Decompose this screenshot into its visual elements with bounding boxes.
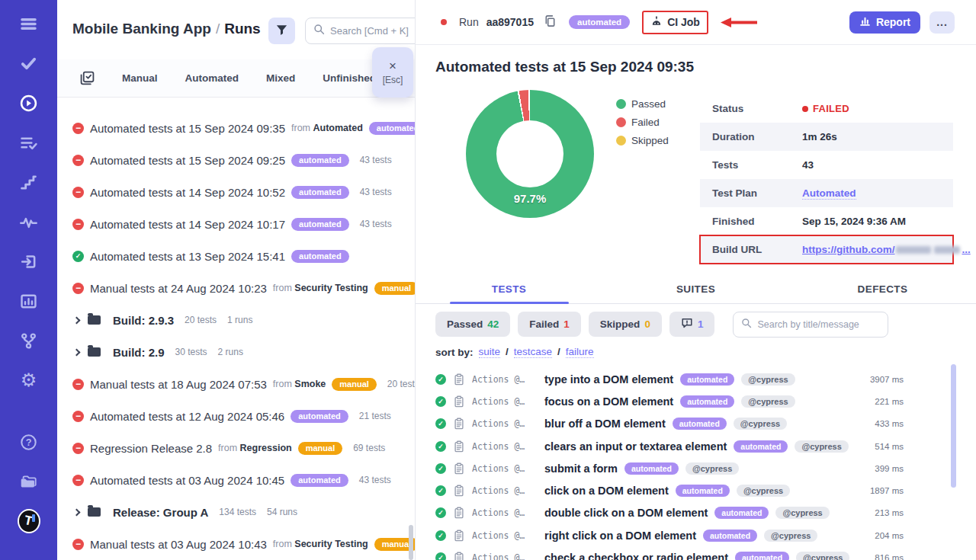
sort-option[interactable]: suite	[479, 346, 501, 358]
legend-label: Failed	[631, 117, 660, 128]
settings-gear-icon[interactable]: ⚙	[18, 369, 40, 392]
test-plan-link[interactable]: Automated	[802, 187, 856, 200]
test-title[interactable]: type into a DOM element	[544, 373, 673, 386]
test-row[interactable]: Actions @… blur off a DOM element automa…	[435, 413, 976, 435]
test-row[interactable]: Actions @… check a checkbox or radio ele…	[435, 546, 976, 560]
test-suite[interactable]: Actions @…	[472, 463, 538, 474]
test-row[interactable]: Actions @… submit a form automated @cypr…	[435, 457, 976, 479]
run-list-item[interactable]: Automated tests at 12 Aug 2024 05:46 aut…	[57, 400, 415, 432]
analytics-icon[interactable]	[18, 290, 40, 312]
test-title[interactable]: check a checkbox or radio element	[544, 552, 728, 560]
tests-scrollbar[interactable]	[951, 364, 956, 488]
test-title[interactable]: double click on a DOM element	[544, 507, 708, 519]
test-framework-badge: @cypress	[795, 440, 848, 453]
test-suite[interactable]: Actions @…	[472, 441, 538, 452]
run-type-tab[interactable]: Manual	[122, 72, 158, 84]
sort-option[interactable]: failure	[566, 346, 594, 358]
test-suite[interactable]: Actions @…	[472, 507, 538, 518]
tests-search-input[interactable]	[757, 319, 872, 330]
sort-option[interactable]: /	[506, 346, 509, 358]
chevron-right-icon[interactable]	[73, 348, 81, 356]
sort-option[interactable]: /	[557, 346, 560, 358]
failed-filter-button[interactable]: Failed 1	[518, 312, 581, 337]
run-type-badge: automated	[291, 218, 349, 231]
menu-icon[interactable]	[18, 12, 40, 35]
test-title[interactable]: right click on a DOM element	[544, 530, 696, 542]
test-duration: 433 ms	[875, 419, 904, 428]
run-list-item[interactable]: Automated tests at 13 Sep 2024 15:41 aut…	[57, 240, 415, 272]
run-list-item[interactable]: Automated tests at 15 Sep 2024 09:35 fro…	[57, 112, 415, 144]
run-list-item[interactable]: Automated tests at 14 Sep 2024 10:17 aut…	[57, 208, 415, 240]
left-panel-scrollbar[interactable]	[409, 525, 413, 560]
detail-tab[interactable]: TESTS	[416, 276, 602, 303]
test-title[interactable]: click on a DOM element	[544, 485, 669, 497]
tests-search[interactable]	[733, 312, 888, 338]
test-suite[interactable]: Actions @…	[472, 552, 538, 560]
run-list-item[interactable]: Build: 2.9 30 tests 2 runs	[57, 336, 415, 368]
run-list-item[interactable]: Regression Release 2.8 from Regression m…	[57, 432, 415, 464]
help-icon[interactable]: ?	[18, 430, 40, 453]
passed-filter-button[interactable]: Passed 42	[435, 312, 510, 337]
copy-run-id-button[interactable]	[543, 14, 558, 30]
branch-icon[interactable]	[18, 329, 40, 352]
test-title[interactable]: blur off a DOM element	[544, 418, 666, 430]
sort-by-label: sort by:	[435, 347, 474, 358]
run-type-tab[interactable]: Mixed	[266, 72, 295, 84]
testomat-logo[interactable]: T	[18, 510, 40, 533]
test-suite[interactable]: Actions @…	[472, 530, 538, 541]
import-icon[interactable]	[18, 250, 40, 273]
test-title[interactable]: clears an input or textarea element	[544, 440, 727, 453]
run-type-tab[interactable]: Automated	[185, 72, 239, 84]
filter-button[interactable]	[268, 18, 295, 44]
test-title[interactable]: focus on a DOM element	[544, 395, 673, 408]
projects-folder-icon[interactable]	[18, 470, 40, 493]
global-search[interactable]	[305, 18, 416, 44]
test-row[interactable]: Actions @… click on a DOM element automa…	[435, 479, 976, 501]
run-stats-table: Status FAILED Duration 1m 26s Tests	[700, 94, 953, 264]
test-suite[interactable]: Actions @…	[472, 418, 538, 429]
runs-play-icon[interactable]	[18, 91, 40, 114]
select-runs-icon[interactable]	[80, 71, 95, 85]
milestones-steps-icon[interactable]	[18, 171, 40, 194]
run-list-item[interactable]: Automated tests at 14 Sep 2024 10:52 aut…	[57, 176, 415, 208]
run-list-item[interactable]: Manual tests at 24 Aug 2024 10:23 from S…	[57, 272, 415, 304]
pulse-icon[interactable]	[18, 210, 40, 233]
skipped-filter-button[interactable]: Skipped 0	[589, 312, 662, 337]
detail-tab[interactable]: SUITES	[602, 276, 789, 303]
chevron-right-icon[interactable]	[73, 316, 81, 324]
test-suite[interactable]: Actions @…	[472, 396, 538, 407]
test-row[interactable]: Actions @… clears an input or textarea e…	[435, 435, 976, 457]
run-list-item[interactable]: Manual tests at 18 Aug 2024 07:53 from S…	[57, 368, 415, 400]
run-list-item[interactable]: Automated tests at 03 Aug 2024 10:45 aut…	[57, 464, 415, 496]
sort-option[interactable]: testcase	[514, 346, 552, 358]
stat-label: Finished	[712, 216, 802, 227]
run-list-item[interactable]: Manual tests at 03 Aug 2024 10:43 from S…	[57, 528, 415, 560]
checkmark-icon[interactable]	[18, 52, 40, 75]
stat-value: 43	[802, 159, 814, 171]
more-actions-button[interactable]: ...	[929, 11, 955, 34]
test-suite[interactable]: Actions @…	[472, 485, 538, 496]
test-duration: 221 ms	[875, 397, 904, 406]
report-button[interactable]: Report	[849, 11, 920, 34]
project-name[interactable]: Mobile Banking App	[72, 21, 211, 37]
ci-job-button[interactable]: CI Job	[642, 11, 708, 34]
test-row[interactable]: Actions @… type into a DOM element autom…	[435, 368, 976, 390]
test-suite[interactable]: Actions @…	[472, 374, 538, 385]
run-list-item[interactable]: Build: 2.9.3 20 tests 1 runs	[57, 304, 415, 336]
comments-filter-button[interactable]: 1	[669, 312, 715, 337]
detail-tab[interactable]: DEFECTS	[789, 276, 976, 303]
esc-close-popover[interactable]: × [Esc]	[372, 47, 413, 98]
test-row[interactable]: Actions @… focus on a DOM element automa…	[435, 390, 976, 412]
chevron-right-icon[interactable]	[73, 508, 81, 516]
build-url-link[interactable]: https://github.com/...	[802, 244, 971, 255]
global-search-input[interactable]	[330, 25, 416, 37]
test-row[interactable]: Actions @… right click on a DOM element …	[435, 524, 976, 546]
test-title[interactable]: submit a form	[544, 462, 618, 475]
close-icon[interactable]: ×	[389, 59, 396, 72]
run-list-item[interactable]: Automated tests at 15 Sep 2024 09:25 aut…	[57, 144, 415, 176]
test-plans-icon[interactable]	[18, 131, 40, 154]
stat-value: 1m 26s	[802, 131, 837, 142]
test-row[interactable]: Actions @… double click on a DOM element…	[435, 502, 976, 524]
run-type-tab[interactable]: Unfinished	[323, 72, 376, 84]
run-list-item[interactable]: Release: Group A 134 tests 54 runs	[57, 496, 415, 528]
